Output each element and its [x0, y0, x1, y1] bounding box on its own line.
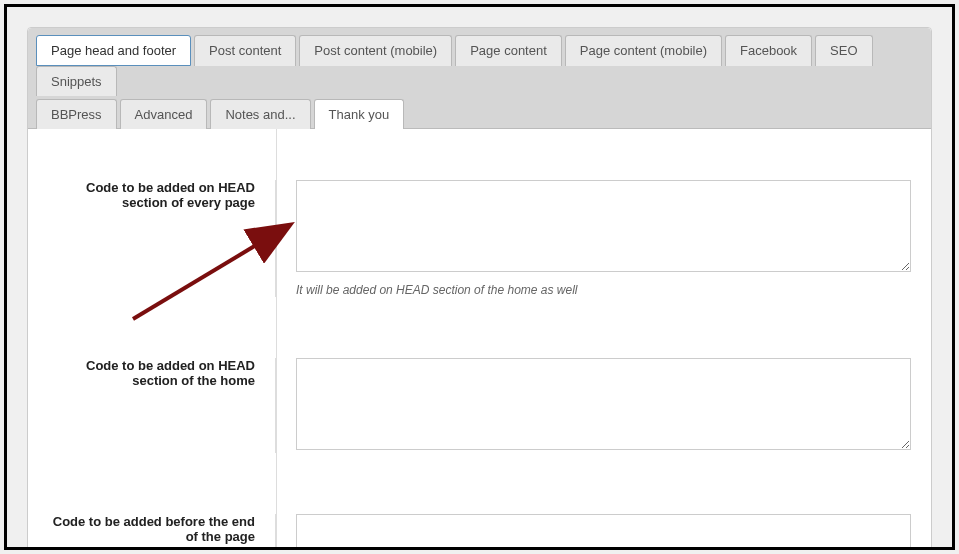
tab-advanced[interactable]: Advanced: [120, 99, 208, 129]
textarea-before-end[interactable]: [296, 514, 911, 550]
help-text-head-every-page: It will be added on HEAD section of the …: [296, 283, 911, 297]
form-rows: Code to be added on HEAD section of ever…: [28, 129, 931, 550]
tab-seo[interactable]: SEO: [815, 35, 872, 66]
field-col-head-every-page: It will be added on HEAD section of the …: [276, 180, 911, 297]
tab-thank-you[interactable]: Thank you: [314, 99, 405, 129]
tab-bbpress[interactable]: BBPress: [36, 99, 117, 129]
field-label-head-every-page: Code to be added on HEAD section of ever…: [28, 180, 276, 297]
field-col-before-end: It works if your theme has the wp_footer…: [276, 514, 911, 550]
tab-facebook[interactable]: Facebook: [725, 35, 812, 66]
tab-post-content-mobile[interactable]: Post content (mobile): [299, 35, 452, 66]
tab-snippets[interactable]: Snippets: [36, 66, 117, 96]
app-frame: Page head and footer Post content Post c…: [4, 4, 955, 550]
textarea-head-home[interactable]: [296, 358, 911, 450]
tab-post-content[interactable]: Post content: [194, 35, 296, 66]
form-row-before-end: Code to be added before the end of the p…: [28, 496, 931, 550]
settings-panel: Page head and footer Post content Post c…: [27, 27, 932, 550]
tab-row-primary: Page head and footer Post content Post c…: [36, 34, 923, 95]
field-label-head-home: Code to be added on HEAD section of the …: [28, 358, 276, 453]
tab-content: Code to be added on HEAD section of ever…: [28, 129, 931, 550]
tab-page-head-footer[interactable]: Page head and footer: [36, 35, 191, 66]
field-col-head-home: [276, 358, 911, 453]
form-row-head-every-page: Code to be added on HEAD section of ever…: [28, 162, 931, 307]
tab-notes[interactable]: Notes and...: [210, 99, 310, 129]
vertical-divider: [276, 129, 277, 550]
form-row-head-home: Code to be added on HEAD section of the …: [28, 340, 931, 463]
textarea-head-every-page[interactable]: [296, 180, 911, 272]
tabs-container: Page head and footer Post content Post c…: [28, 28, 931, 129]
tab-page-content-mobile[interactable]: Page content (mobile): [565, 35, 722, 66]
field-label-before-end: Code to be added before the end of the p…: [28, 514, 276, 550]
tab-row-secondary: BBPress Advanced Notes and... Thank you: [36, 98, 923, 128]
tab-page-content[interactable]: Page content: [455, 35, 562, 66]
